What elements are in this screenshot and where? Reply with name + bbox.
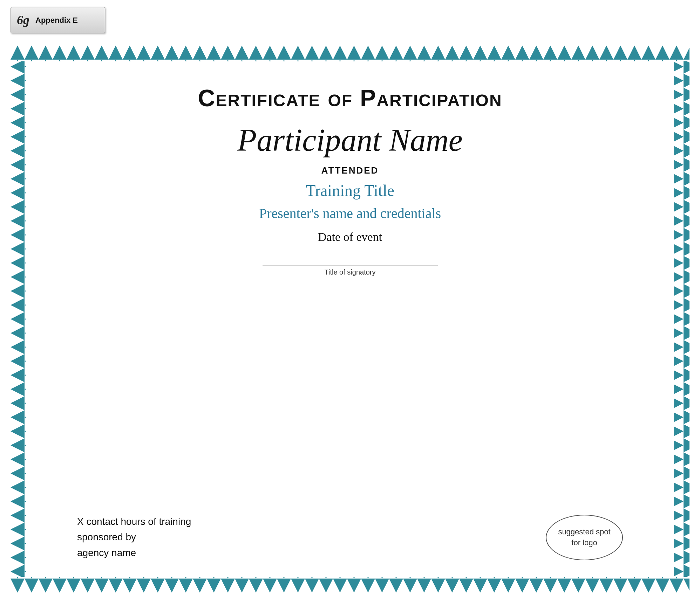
signature-area: Title of signatory bbox=[263, 265, 438, 276]
svg-rect-3 bbox=[11, 61, 26, 577]
svg-rect-1 bbox=[11, 46, 689, 61]
attended-label: ATTENDED bbox=[321, 165, 379, 176]
presenter-credentials: Presenter's name and credentials bbox=[259, 205, 441, 222]
svg-rect-4 bbox=[674, 61, 689, 577]
signature-line bbox=[263, 265, 438, 265]
certificate-content: Certificate of Participation Participant… bbox=[28, 63, 672, 575]
svg-rect-2 bbox=[11, 577, 689, 593]
certificate-border: Certificate of Participation Participant… bbox=[11, 46, 689, 593]
training-title: Training Title bbox=[306, 181, 394, 200]
bottom-section: X contact hours of training sponsored by… bbox=[56, 514, 644, 561]
participant-name: Participant Name bbox=[237, 122, 462, 158]
logo-spot: suggested spot for logo bbox=[546, 515, 623, 560]
certificate-wrapper: Certificate of Participation Participant… bbox=[11, 46, 689, 593]
appendix-tab: 6g Appendix E bbox=[11, 7, 105, 33]
certificate-title: Certificate of Participation bbox=[198, 84, 502, 112]
date-of-event: Date of event bbox=[318, 230, 382, 244]
appendix-label: Appendix E bbox=[35, 16, 78, 25]
signature-label: Title of signatory bbox=[263, 268, 438, 276]
contact-hours: X contact hours of training sponsored by… bbox=[77, 514, 191, 561]
appendix-icon: 6g bbox=[16, 11, 32, 30]
svg-text:6g: 6g bbox=[17, 13, 29, 27]
